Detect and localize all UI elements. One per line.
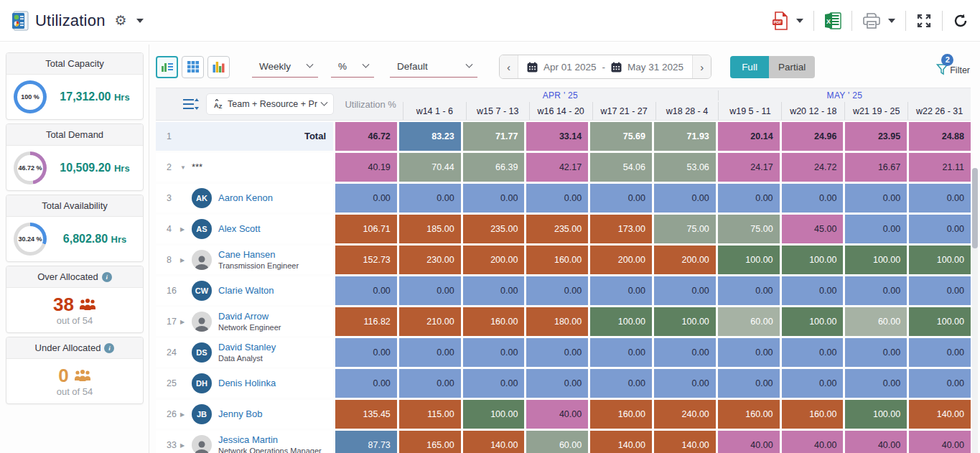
utilization-cell[interactable]: 0.00 — [654, 338, 716, 367]
utilization-cell[interactable]: 173.00 — [590, 215, 652, 243]
prev-period-button[interactable]: ‹ — [500, 55, 518, 78]
utilization-cell[interactable]: 40.19 — [335, 153, 397, 182]
utilization-cell[interactable]: 0.00 — [526, 338, 588, 367]
utilization-cell[interactable]: 71.77 — [463, 122, 525, 151]
unit-select[interactable]: % — [331, 56, 374, 78]
partial-button[interactable]: Partial — [769, 56, 815, 78]
utilization-cell[interactable]: 200.00 — [590, 246, 652, 274]
utilization-cell[interactable]: 0.00 — [909, 276, 971, 305]
resource-cell[interactable]: 3 AK Aaron Kenon — [156, 184, 333, 213]
scrollbar-thumb[interactable] — [972, 168, 978, 248]
date-from[interactable]: Apr 01 2025 — [543, 62, 597, 73]
utilization-cell[interactable]: 33.14 — [526, 122, 588, 151]
resource-name[interactable]: David Stanley — [218, 342, 276, 353]
utilization-cell[interactable]: 100.00 — [845, 246, 907, 274]
utilization-cell[interactable]: 0.00 — [399, 338, 461, 367]
view-toggle-schedule-chart[interactable] — [156, 56, 178, 78]
utilization-cell[interactable]: 152.73 — [335, 246, 397, 274]
utilization-cell[interactable]: 66.39 — [463, 153, 525, 182]
resource-cell[interactable]: 4 ▶ AS Alex Scott — [156, 215, 333, 243]
utilization-cell[interactable]: 140.00 — [909, 400, 971, 429]
pdf-options-caret-icon[interactable] — [796, 19, 803, 23]
print-button[interactable] — [862, 12, 895, 29]
utilization-cell[interactable]: 0.00 — [463, 369, 525, 398]
info-icon[interactable]: i — [104, 343, 114, 353]
expand-caret-icon[interactable]: ▶ — [180, 319, 192, 325]
utilization-cell[interactable]: 0.00 — [909, 369, 971, 398]
export-excel-button[interactable]: X — [824, 12, 841, 29]
utilization-cell[interactable]: 185.00 — [399, 215, 461, 243]
calendar-icon[interactable] — [611, 62, 622, 73]
utilization-cell[interactable]: 75.00 — [654, 215, 716, 243]
utilization-cell[interactable]: 0.00 — [718, 369, 780, 398]
resource-name[interactable]: Alex Scott — [218, 224, 261, 235]
utilization-cell[interactable]: 165.00 — [399, 431, 461, 453]
resource-cell[interactable]: 16 CW Clarie Walton — [156, 276, 333, 305]
utilization-cell[interactable]: 0.00 — [782, 184, 844, 213]
resource-cell[interactable]: 8 ▶ Cane Hansen Transmission Engineer — [156, 246, 333, 274]
utilization-cell[interactable]: 160.00 — [782, 400, 844, 429]
calendar-icon[interactable] — [527, 62, 538, 73]
print-options-caret-icon[interactable] — [888, 19, 895, 23]
vertical-scrollbar[interactable] — [972, 168, 978, 453]
resource-name[interactable]: Total — [304, 131, 326, 142]
utilization-cell[interactable]: 160.00 — [718, 400, 780, 429]
utilization-cell[interactable]: 0.00 — [654, 276, 716, 305]
utilization-cell[interactable]: 140.00 — [463, 431, 525, 453]
utilization-cell[interactable]: 87.73 — [335, 431, 397, 453]
utilization-cell[interactable]: 0.00 — [654, 369, 716, 398]
sort-menu-icon[interactable] — [183, 98, 199, 110]
period-select[interactable]: Weekly — [252, 56, 318, 78]
utilization-cell[interactable]: 24.96 — [782, 122, 844, 151]
utilization-cell[interactable]: 60.00 — [526, 431, 588, 453]
utilization-cell[interactable]: 75.00 — [718, 215, 780, 243]
expand-caret-icon[interactable]: ▼ — [180, 164, 192, 171]
utilization-cell[interactable]: 75.69 — [590, 122, 652, 151]
utilization-cell[interactable]: 210.00 — [399, 307, 461, 336]
utilization-cell[interactable]: 100.00 — [909, 307, 971, 336]
utilization-cell[interactable]: 0.00 — [399, 184, 461, 213]
group-by-select[interactable]: A Z Team + Resource + Proj... — [206, 93, 334, 115]
utilization-cell[interactable]: 0.00 — [590, 276, 652, 305]
utilization-cell[interactable]: 0.00 — [909, 184, 971, 213]
utilization-cell[interactable]: 0.00 — [335, 184, 397, 213]
utilization-cell[interactable]: 0.00 — [526, 184, 588, 213]
full-button[interactable]: Full — [730, 56, 769, 78]
resource-name[interactable]: Cane Hansen — [218, 250, 299, 261]
utilization-cell[interactable]: 42.17 — [526, 153, 588, 182]
utilization-cell[interactable]: 53.06 — [654, 153, 716, 182]
fullscreen-button[interactable] — [916, 13, 932, 29]
utilization-cell[interactable]: 83.23 — [399, 122, 461, 151]
resource-cell[interactable]: 24 DS David Stanley Data Analyst — [156, 338, 333, 367]
utilization-cell[interactable]: 0.00 — [909, 338, 971, 367]
resource-cell[interactable]: 1 Total — [156, 122, 333, 151]
utilization-cell[interactable]: 0.00 — [335, 338, 397, 367]
utilization-cell[interactable]: 0.00 — [590, 184, 652, 213]
utilization-cell[interactable]: 100.00 — [590, 307, 652, 336]
utilization-cell[interactable]: 100.00 — [718, 246, 780, 274]
utilization-cell[interactable]: 20.14 — [718, 122, 780, 151]
utilization-cell[interactable]: 115.00 — [399, 400, 461, 429]
view-toggle-bar-chart[interactable] — [207, 56, 230, 78]
resource-name[interactable]: Jessica Martin — [218, 435, 322, 446]
utilization-cell[interactable]: 40.00 — [782, 431, 844, 453]
utilization-cell[interactable]: 135.45 — [335, 400, 397, 429]
utilization-cell[interactable]: 160.00 — [526, 246, 588, 274]
next-period-button[interactable]: › — [692, 55, 711, 78]
resource-cell[interactable]: 2 ▼ *** — [156, 153, 333, 182]
utilization-cell[interactable]: 23.95 — [845, 122, 907, 151]
utilization-cell[interactable]: 40.00 — [909, 431, 971, 453]
resource-cell[interactable]: 26 ▶ JB Jenny Bob — [156, 400, 333, 429]
utilization-cell[interactable]: 60.00 — [845, 307, 907, 336]
utilization-cell[interactable]: 24.88 — [909, 122, 971, 151]
utilization-cell[interactable]: 0.00 — [590, 369, 652, 398]
utilization-cell[interactable]: 160.00 — [463, 307, 525, 336]
expand-caret-icon[interactable]: ▶ — [180, 257, 192, 263]
utilization-cell[interactable]: 100.00 — [845, 400, 907, 429]
utilization-cell[interactable]: 0.00 — [463, 276, 525, 305]
utilization-cell[interactable]: 235.00 — [463, 215, 525, 243]
utilization-cell[interactable]: 40.00 — [526, 400, 588, 429]
utilization-cell[interactable]: 0.00 — [718, 338, 780, 367]
refresh-button[interactable] — [953, 13, 969, 29]
date-to[interactable]: May 31 2025 — [627, 62, 683, 73]
